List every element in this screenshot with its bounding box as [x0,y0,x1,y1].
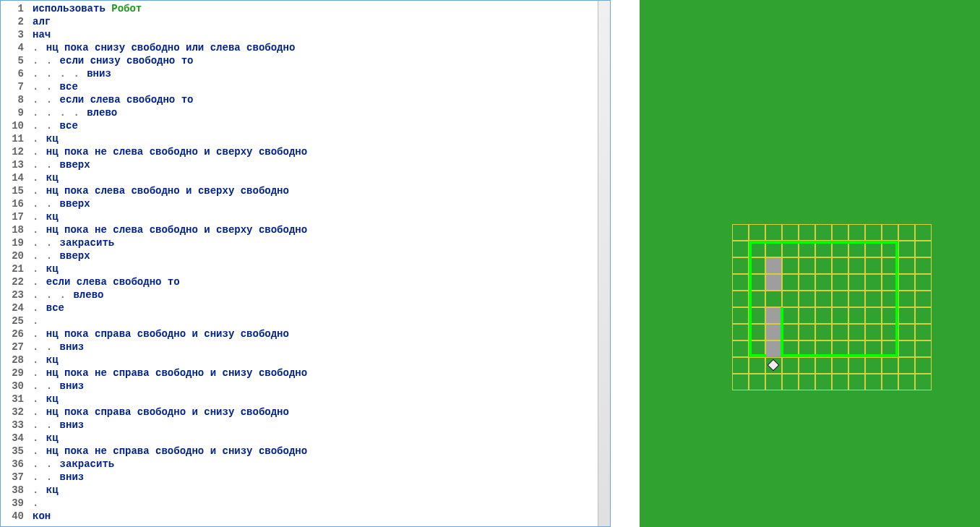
code-line[interactable]: нач [33,28,595,41]
code-line[interactable]: . . если снизу свободно то [33,54,595,67]
line-number: 11 [2,132,24,145]
code-line[interactable]: . кц [33,262,595,275]
grid-cell [848,257,865,274]
grid-cell [848,291,865,307]
code-line[interactable]: . . вниз [33,380,595,393]
robot-grid [732,224,932,390]
code-line[interactable]: . кц [33,354,595,367]
code-line[interactable]: . . вверх [33,158,595,171]
grid-cell [832,291,848,307]
code-line[interactable]: . нц пока не слева свободно и сверху сво… [33,145,595,158]
grid-cell [865,374,882,390]
grid-cell [765,291,782,307]
grid-cell [832,274,848,291]
grid-cell [749,357,765,374]
grid-cell [815,357,832,374]
grid-cell [865,224,882,241]
line-number: 37 [2,471,24,484]
code-line[interactable]: . . . влево [33,288,595,301]
code-line[interactable]: алг [33,15,595,28]
code-line[interactable]: . . вниз [33,340,595,354]
line-number: 28 [2,354,24,367]
code-line[interactable]: . нц пока не слева свободно и сверху сво… [33,223,595,236]
code-line[interactable]: . . вниз [33,471,595,484]
code-line[interactable]: кон [33,510,595,523]
code-line[interactable]: . кц [33,432,595,445]
code-line[interactable]: . . все [33,119,595,132]
code-line[interactable]: . нц пока не справа свободно и снизу сво… [33,445,595,458]
grid-cell [848,224,865,241]
grid-cell [898,224,915,241]
code-line[interactable]: . если слева свободно то [33,275,595,288]
code-line[interactable]: . . вниз [33,419,595,432]
code-line[interactable]: . все [33,301,595,314]
field-outer-wall [749,241,898,244]
editor-vertical-scrollbar[interactable] [598,1,610,526]
line-number: 35 [2,445,24,458]
grid-cell [799,307,815,324]
line-number: 8 [2,93,24,106]
grid-cell [815,374,832,390]
code-line[interactable]: . кц [33,393,595,406]
line-number: 16 [2,197,24,210]
grid-cell [782,291,799,307]
line-number: 17 [2,210,24,223]
line-number: 7 [2,80,24,93]
code-line[interactable]: . . если слева свободно то [33,93,595,106]
code-line[interactable]: . кц [33,132,595,145]
line-number: 23 [2,288,24,301]
line-number: 10 [2,119,24,132]
grid-cell [882,224,898,241]
code-area[interactable]: использовать Роботалгнач. нц пока снизу … [30,1,598,526]
grid-cell [782,324,799,340]
grid-cell [815,324,832,340]
line-number: 36 [2,458,24,471]
grid-cell [732,224,749,241]
grid-cell [848,357,865,374]
grid-cell [732,357,749,374]
line-number: 9 [2,106,24,119]
code-line[interactable]: . . закрасить [33,236,595,249]
painted-cell [766,258,781,273]
inner-wall [781,307,783,357]
robot-field[interactable] [640,0,980,527]
line-number: 38 [2,484,24,497]
code-line[interactable]: . кц [33,210,595,223]
code-editor[interactable]: 1234567891011121314151617181920212223242… [0,0,611,527]
code-line[interactable]: . нц пока справа свободно и снизу свобод… [33,327,595,340]
code-line[interactable]: . . все [33,80,595,93]
code-line[interactable]: . нц пока не справа свободно и снизу сво… [33,367,595,380]
code-line[interactable]: . . . . вниз [33,67,595,80]
code-line[interactable]: . нц пока справа свободно и снизу свобод… [33,406,595,419]
code-line[interactable]: . [33,497,595,510]
code-line[interactable]: . нц пока снизу свободно или слева свобо… [33,41,595,54]
grid-cell [832,374,848,390]
grid-cell [898,324,915,340]
code-line[interactable]: . . . . влево [33,106,595,119]
code-line[interactable]: . нц пока слева свободно и сверху свобод… [33,184,595,197]
code-line[interactable]: использовать Робот [33,2,595,15]
grid-cell [865,307,882,324]
line-number: 27 [2,340,24,354]
grid-cell [799,224,815,241]
grid-cell [732,324,749,340]
line-number: 6 [2,67,24,80]
line-number: 2 [2,15,24,28]
line-number: 24 [2,301,24,314]
grid-cell [915,340,932,357]
grid-cell [915,324,932,340]
line-number: 31 [2,393,24,406]
code-line[interactable]: . . вверх [33,249,595,262]
grid-cell [799,257,815,274]
grid-cell [915,357,932,374]
code-line[interactable]: . кц [33,484,595,497]
code-line[interactable]: . [33,314,595,327]
line-number: 3 [2,28,24,41]
pane-gap [611,0,640,527]
code-line[interactable]: . . вверх [33,197,595,210]
grid-cell [815,274,832,291]
code-line[interactable]: . кц [33,171,595,184]
code-line[interactable]: . . закрасить [33,458,595,471]
grid-cell [898,340,915,357]
grid-cell [848,307,865,324]
